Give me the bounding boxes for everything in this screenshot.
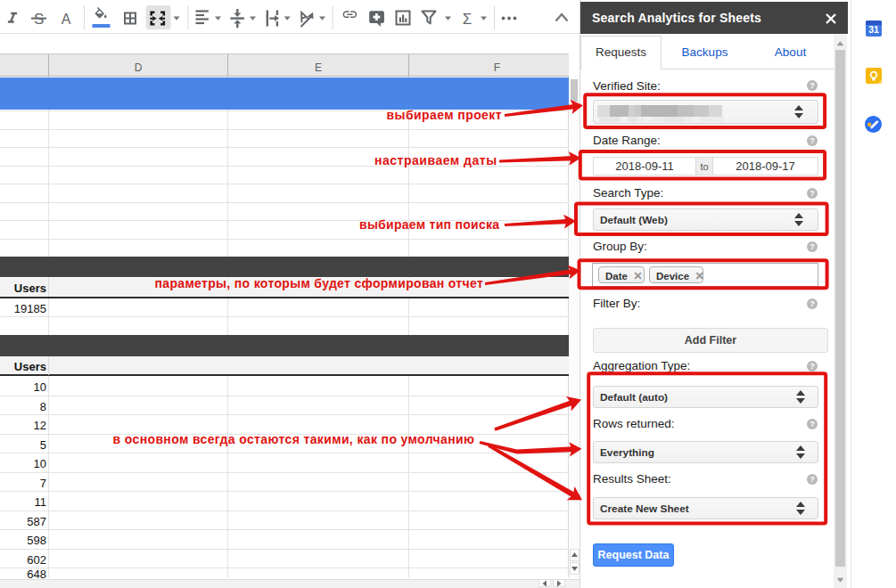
svg-text:Σ: Σ (463, 11, 473, 28)
svg-text:A: A (62, 12, 71, 27)
